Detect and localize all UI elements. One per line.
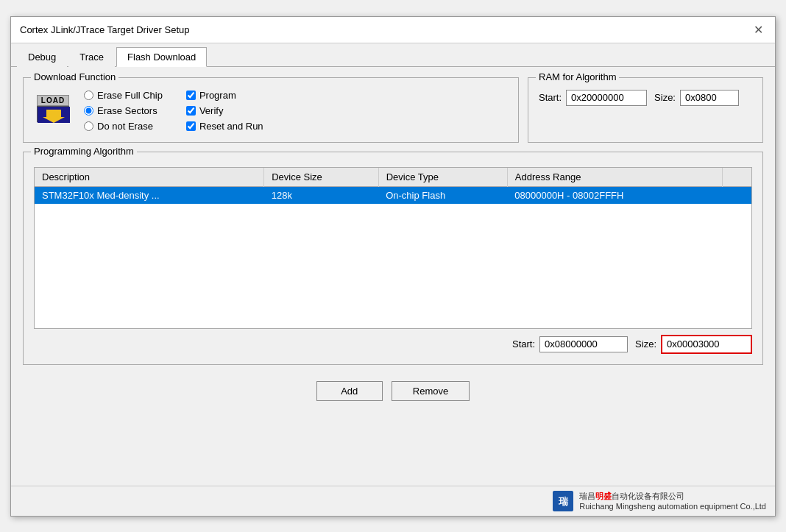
cell-address-range: 08000000H - 08002FFFH	[507, 186, 722, 204]
tab-flash-download[interactable]: Flash Download	[116, 47, 207, 67]
ram-start-label: Start:	[539, 92, 562, 103]
main-window: Cortex JLink/JTrace Target Driver Setup …	[10, 16, 776, 517]
algo-size-input[interactable]	[662, 336, 751, 352]
checkbox-reset-and-run[interactable]: Reset and Run	[186, 121, 263, 132]
footer-text-block: 瑞昌明盛自动化设备有限公司 Ruichang Mingsheng automat…	[579, 491, 766, 511]
ram-size-input[interactable]	[680, 90, 739, 106]
radio-erase-full-chip[interactable]: Erase Full Chip	[84, 90, 163, 101]
algorithm-table-container[interactable]: Description Device Size Device Type Addr…	[34, 167, 752, 329]
algo-size-highlighted	[661, 335, 752, 354]
cell-device-size: 128k	[264, 186, 379, 204]
load-icon: LOAD	[34, 90, 72, 128]
programming-algorithm-group: Programming Algorithm Description Device…	[23, 152, 763, 365]
ram-start-field: Start:	[539, 90, 647, 106]
col-extra	[722, 168, 751, 187]
col-description: Description	[35, 168, 264, 187]
ram-size-field: Size:	[654, 90, 739, 106]
checkbox-verify[interactable]: Verify	[186, 105, 263, 116]
remove-button[interactable]: Remove	[392, 381, 470, 401]
cell-extra	[722, 186, 751, 204]
tab-debug[interactable]: Debug	[17, 47, 67, 67]
checkbox-program[interactable]: Program	[186, 90, 263, 101]
footer-company-plain: 瑞昌	[579, 492, 595, 500]
ram-inner: Start: Size:	[539, 90, 752, 106]
radio-group: Erase Full Chip Erase Sectors Do not Era…	[84, 90, 163, 132]
algo-size-label: Size:	[635, 338, 656, 350]
download-function-label: Download Function	[31, 71, 118, 82]
close-button[interactable]: ✕	[751, 23, 766, 37]
footer-logo: 瑞	[553, 491, 573, 511]
table-row[interactable]: STM32F10x Med-density ... 128k On-chip F…	[35, 186, 751, 204]
footer-company-highlight: 明盛	[595, 492, 612, 500]
ram-start-input[interactable]	[566, 90, 647, 106]
prog-algo-content: Description Device Size Device Type Addr…	[34, 167, 752, 354]
col-address-range: Address Range	[507, 168, 722, 187]
tab-trace[interactable]: Trace	[68, 47, 115, 67]
top-row: Download Function LOAD	[23, 77, 763, 143]
main-content: Download Function LOAD	[11, 67, 775, 486]
algo-start-label: Start:	[512, 338, 535, 350]
radio-erase-sectors[interactable]: Erase Sectors	[84, 105, 163, 116]
algo-start-input[interactable]	[539, 336, 628, 352]
radio-do-not-erase[interactable]: Do not Erase	[84, 121, 163, 132]
col-device-size: Device Size	[264, 168, 379, 187]
svg-text:瑞: 瑞	[558, 496, 569, 507]
load-icon-graphic	[37, 106, 69, 122]
algo-bottom-row: Start: Size:	[34, 335, 752, 354]
title-bar: Cortex JLink/JTrace Target Driver Setup …	[11, 17, 775, 43]
table-header-row: Description Device Size Device Type Addr…	[35, 168, 751, 187]
cell-description: STM32F10x Med-density ...	[35, 186, 264, 204]
add-button[interactable]: Add	[316, 381, 383, 401]
window-title: Cortex JLink/JTrace Target Driver Setup	[20, 24, 189, 35]
footer-sub-text: Ruichang Mingsheng automation equipment …	[579, 502, 766, 511]
download-function-inner: LOAD Erase Full Chip	[34, 90, 508, 132]
load-icon-text: LOAD	[37, 95, 69, 106]
load-icon-svg	[38, 107, 70, 123]
col-device-type: Device Type	[378, 168, 507, 187]
ram-group-label: RAM for Algorithm	[536, 71, 619, 82]
footer-company-line: 瑞昌明盛自动化设备有限公司	[579, 491, 766, 502]
footer: 瑞 瑞昌明盛自动化设备有限公司 Ruichang Mingsheng autom…	[11, 486, 775, 516]
algorithm-table: Description Device Size Device Type Addr…	[35, 168, 751, 204]
footer-company-rest: 自动化设备有限公司	[612, 492, 684, 500]
ram-size-label: Size:	[654, 92, 676, 103]
download-function-group: Download Function LOAD	[23, 77, 519, 143]
algo-size-field: Size:	[635, 335, 752, 354]
prog-algo-label: Programming Algorithm	[31, 146, 137, 157]
tab-bar: Debug Trace Flash Download	[11, 43, 775, 67]
checkbox-group: Program Verify Reset and Run	[186, 90, 263, 132]
footer-logo-svg: 瑞	[553, 491, 573, 511]
action-buttons: Add Remove	[23, 381, 763, 401]
algo-start-field: Start:	[512, 336, 628, 352]
cell-device-type: On-chip Flash	[378, 186, 507, 204]
ram-for-algorithm-group: RAM for Algorithm Start: Size:	[528, 77, 763, 143]
